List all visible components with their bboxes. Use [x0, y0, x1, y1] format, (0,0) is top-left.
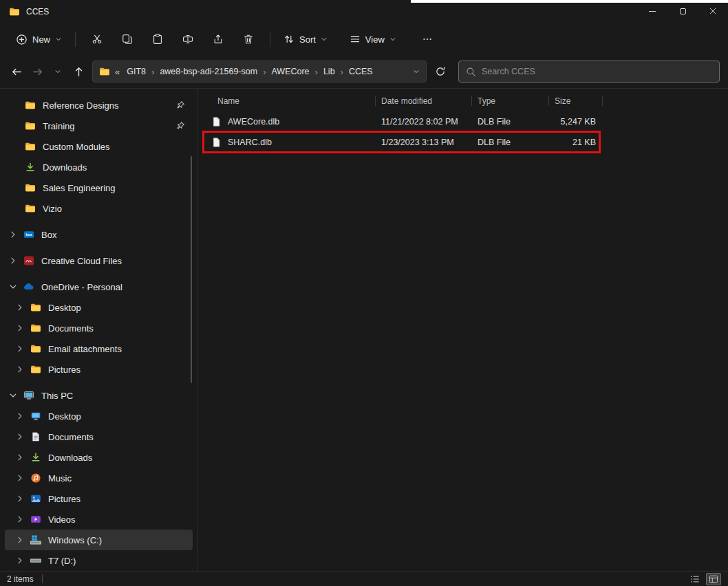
chevron-down-icon[interactable] [8, 390, 19, 401]
sidebar-item-label: Pictures [48, 494, 81, 504]
breadcrumb-item-lib[interactable]: Lib [319, 65, 339, 78]
chevron-right-icon[interactable] [14, 411, 25, 422]
delete-button[interactable] [235, 28, 261, 50]
chevron-right-icon[interactable] [14, 343, 25, 354]
search-icon [466, 67, 476, 77]
sort-button[interactable]: Sort [277, 30, 334, 49]
sidebar-item-label: Documents [48, 323, 94, 334]
this-pc-icon [23, 389, 35, 402]
sidebar-item-reference-designs[interactable]: Reference Designs [5, 95, 193, 116]
refresh-button[interactable] [432, 63, 449, 80]
sidebar-item-label: Desktop [48, 303, 81, 313]
maximize-button[interactable] [667, 0, 698, 22]
sidebar-item-label: Sales Engineering [43, 183, 116, 193]
music-icon [30, 472, 42, 484]
chevron-right-icon[interactable] [14, 302, 25, 313]
address-dropdown-icon[interactable] [413, 68, 420, 75]
file-row-awecore-dlb[interactable]: AWECore.dlb 11/21/2022 8:02 PM DLB File … [204, 111, 728, 132]
sidebar-item-label: This PC [41, 391, 73, 401]
recent-locations-button[interactable] [50, 63, 66, 80]
chevron-right-icon[interactable] [8, 229, 19, 240]
copy-button[interactable] [114, 28, 140, 50]
sidebar-item-onedrive-personal[interactable]: OneDrive - Personal [5, 276, 193, 297]
breadcrumb-separator: › [339, 67, 345, 77]
close-button[interactable] [698, 0, 728, 22]
column-header-type[interactable]: Type [472, 92, 549, 110]
sidebar-item-desktop[interactable]: Desktop [5, 406, 193, 426]
rename-button[interactable] [175, 28, 201, 50]
file-explorer-window: CCES New Sort View [0, 0, 728, 586]
chevron-right-icon[interactable] [14, 514, 25, 525]
sidebar-scrollbar[interactable] [191, 156, 192, 383]
sidebar-item-sales-engineering[interactable]: Sales Engineering [5, 177, 193, 198]
sidebar-item-label: OneDrive - Personal [41, 282, 122, 292]
column-header-date-modified[interactable]: Date modified [376, 92, 472, 110]
folder-icon [24, 202, 36, 215]
sidebar-item-windows-c[interactable]: Windows (C:) [5, 530, 193, 550]
chevron-right-icon[interactable] [14, 452, 25, 463]
chevron-right-icon[interactable] [8, 255, 19, 266]
view-lines-icon [350, 34, 361, 45]
sidebar-item-email-attachments[interactable]: Email attachments [5, 338, 193, 359]
sidebar-item-label: Box [41, 230, 56, 240]
breadcrumb-separator: › [314, 67, 319, 77]
share-button[interactable] [205, 28, 231, 50]
address-bar[interactable]: « GIT8›awe8-bsp-adi-21569-som›AWECore›Li… [92, 61, 427, 83]
chevron-right-icon[interactable] [14, 364, 25, 375]
breadcrumb-item-cces[interactable]: CCES [345, 65, 377, 78]
cut-button[interactable] [84, 28, 110, 50]
new-button-label: New [32, 34, 50, 45]
sidebar-item-documents[interactable]: Documents [5, 318, 193, 338]
breadcrumb-item-awe8-bsp-adi-21569-som[interactable]: awe8-bsp-adi-21569-som [156, 65, 261, 78]
breadcrumb-item-git8[interactable]: GIT8 [122, 65, 150, 78]
up-button[interactable] [70, 63, 87, 80]
more-options-button[interactable] [414, 28, 440, 50]
folder-icon [24, 140, 36, 153]
sidebar-item-label: Downloads [48, 453, 92, 463]
breadcrumb-item-awecore[interactable]: AWECore [267, 65, 313, 78]
column-header-name[interactable]: Name [204, 92, 376, 110]
sidebar-item-label: Custom Modules [43, 142, 110, 152]
sidebar-item-custom-modules[interactable]: Custom Modules [5, 136, 193, 157]
sidebar-item-training[interactable]: Training [5, 116, 193, 136]
drive-windows-icon [30, 534, 42, 546]
search-box[interactable] [458, 61, 720, 83]
sidebar-item-this-pc[interactable]: This PC [5, 385, 193, 406]
chevron-right-icon[interactable] [14, 534, 25, 545]
titlebar[interactable]: CCES [0, 0, 728, 23]
window-title: CCES [26, 7, 49, 17]
breadcrumb-overflow[interactable]: « [115, 67, 120, 77]
chevron-right-icon[interactable] [14, 323, 25, 334]
minimize-button[interactable] [637, 0, 667, 22]
back-button[interactable] [8, 63, 25, 80]
chevron-right-icon[interactable] [14, 493, 25, 504]
sidebar-item-documents[interactable]: Documents [5, 426, 193, 447]
file-name: AWECore.dlb [228, 117, 279, 127]
forward-button[interactable] [29, 63, 45, 80]
column-headers: NameDate modifiedTypeSize [204, 92, 728, 110]
column-header-size[interactable]: Size [549, 92, 603, 110]
large-thumbnails-view-button[interactable] [706, 573, 721, 585]
file-size: 5,247 KB [549, 117, 603, 127]
view-button[interactable]: View [343, 30, 403, 49]
new-button[interactable]: New [9, 30, 69, 50]
sidebar-item-vizio[interactable]: Vizio [5, 198, 193, 219]
sidebar-item-pictures[interactable]: Pictures [5, 488, 193, 509]
search-input[interactable] [482, 67, 712, 76]
sidebar-item-downloads[interactable]: Downloads [5, 157, 193, 177]
sidebar-item-creative-cloud-files[interactable]: Creative Cloud Files [5, 250, 193, 271]
annotation-highlight [202, 131, 601, 153]
sidebar-item-t7-d[interactable]: T7 (D:) [5, 550, 193, 571]
sidebar-item-videos[interactable]: Videos [5, 509, 193, 530]
sidebar-item-desktop[interactable]: Desktop [5, 297, 193, 318]
chevron-right-icon[interactable] [14, 431, 25, 442]
sidebar-item-downloads[interactable]: Downloads [5, 447, 193, 468]
chevron-right-icon[interactable] [14, 473, 25, 484]
chevron-down-icon[interactable] [8, 281, 19, 292]
details-view-button[interactable] [687, 573, 703, 585]
sidebar-item-music[interactable]: Music [5, 468, 193, 488]
chevron-right-icon[interactable] [14, 555, 25, 566]
sidebar-item-pictures[interactable]: Pictures [5, 359, 193, 380]
paste-button[interactable] [144, 28, 171, 50]
sidebar-item-box[interactable]: boxBox [5, 224, 193, 245]
